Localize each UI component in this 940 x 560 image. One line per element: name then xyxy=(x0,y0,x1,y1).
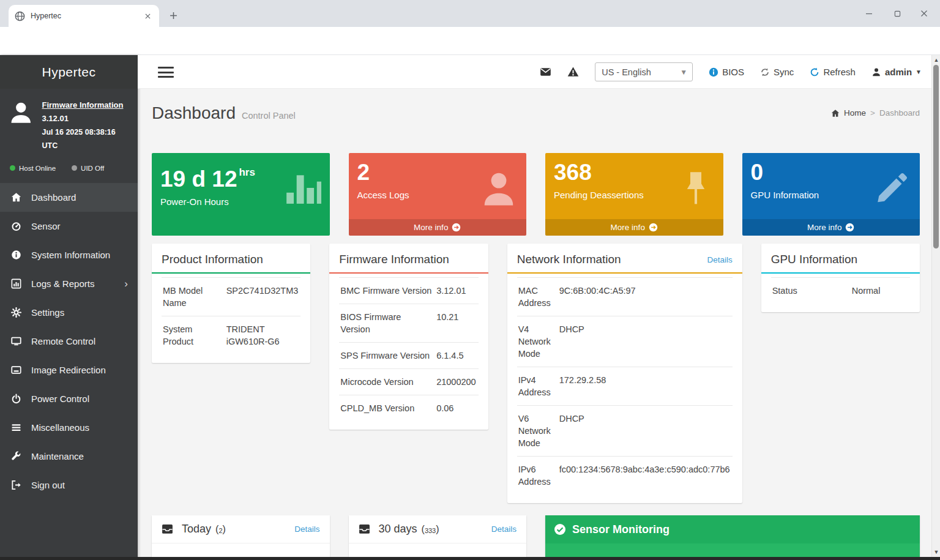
pencil-icon xyxy=(873,168,911,208)
sidebar-item-label: Miscellaneous xyxy=(31,422,89,433)
sidebar-item-label: Image Redirection xyxy=(31,365,106,375)
uid-off-dot-icon xyxy=(72,165,77,171)
info-panels-row: Product InformationMB Model NameSP2C741D… xyxy=(152,244,920,503)
window-minimize-button[interactable] xyxy=(860,6,878,21)
more-info-link[interactable]: More info xyxy=(742,219,920,236)
firmware-version: 3.12.01 xyxy=(42,112,131,125)
network-info-table: MAC Address9C:6B:00:4C:A5:97V4 Network M… xyxy=(517,277,733,495)
thirty-days-details-link[interactable]: Details xyxy=(491,525,517,534)
sidebar-item-remote-control[interactable]: Remote Control xyxy=(0,327,138,356)
browser-tab[interactable]: Hypertec xyxy=(9,5,159,27)
host-status: Host Online xyxy=(10,165,56,172)
firmware-information-panel: Firmware InformationBMC Firmware Version… xyxy=(329,244,488,430)
row-value: 3.12.01 xyxy=(435,278,479,304)
inbox-icon xyxy=(162,524,173,534)
firmware-information-link[interactable]: Firmware Information xyxy=(42,100,124,110)
breadcrumb-home-link[interactable]: Home xyxy=(844,108,866,118)
row-value: DHCP xyxy=(558,316,733,367)
row-value: Normal xyxy=(851,278,910,304)
sidebar-item-label: Settings xyxy=(31,307,64,318)
table-row: CPLD_MB Version0.06 xyxy=(339,395,478,422)
sidebar-item-dashboard[interactable]: Dashboard xyxy=(0,183,138,212)
sidebar-item-miscellaneous[interactable]: Miscellaneous xyxy=(0,413,138,442)
scrollbar-up-arrow[interactable]: ▲ xyxy=(932,55,940,64)
row-label: V6 Network Mode xyxy=(517,406,558,457)
row-label: SPS Firmware Version xyxy=(339,343,435,369)
arrow-circle-right-icon xyxy=(845,223,854,232)
today-count: (2) xyxy=(215,524,226,535)
row-label: MAC Address xyxy=(517,278,558,316)
drive-icon xyxy=(11,365,21,375)
row-value: 10.21 xyxy=(435,304,479,343)
window-close-button[interactable] xyxy=(916,6,933,21)
network-details-link[interactable]: Details xyxy=(707,255,732,264)
warning-triangle-icon[interactable] xyxy=(567,66,579,78)
sidebar-item-image-redirection[interactable]: Image Redirection xyxy=(0,356,138,384)
row-value: 172.29.2.58 xyxy=(558,367,733,406)
page-title: Dashboard xyxy=(152,103,236,123)
row-value: 6.1.4.5 xyxy=(435,343,479,369)
page-scrollbar[interactable]: ▲ ▼ xyxy=(931,55,940,560)
user-caret-icon: ▼ xyxy=(916,69,922,75)
language-selected-value: US - English xyxy=(602,67,651,77)
sync-icon xyxy=(760,67,770,77)
monitor-icon xyxy=(11,336,21,346)
app-root: Hypertec Firmware Information 3.12.01 Ju… xyxy=(0,55,940,560)
notifications-envelope-icon[interactable] xyxy=(540,66,551,78)
inbox-icon xyxy=(359,524,370,534)
host-online-dot-icon xyxy=(10,165,15,171)
row-label: V4 Network Mode xyxy=(517,316,558,367)
brand-logo: Hypertec xyxy=(0,55,138,89)
sidebar-item-maintenance[interactable]: Maintenance xyxy=(0,442,138,471)
today-events-card: Today (2) Details xyxy=(152,515,330,560)
scrollbar-thumb[interactable] xyxy=(933,65,939,248)
sidebar-item-label: Logs & Reports xyxy=(31,278,94,289)
arrow-circle-right-icon xyxy=(452,223,461,232)
refresh-button[interactable]: Refresh xyxy=(810,67,856,77)
bars-icon xyxy=(11,422,21,433)
table-row: StatusNormal xyxy=(771,278,910,304)
tab-close-icon[interactable] xyxy=(143,11,153,21)
user-icon xyxy=(871,67,881,77)
new-tab-button[interactable] xyxy=(166,9,180,22)
row-value: SP2C741D32TM3 xyxy=(225,278,301,316)
network-accent-bar xyxy=(507,272,742,274)
window-maximize-button[interactable] xyxy=(889,6,906,21)
breadcrumb-current: Dashboard xyxy=(879,108,920,118)
firmware-accent-bar xyxy=(329,272,488,274)
hamburger-menu-icon[interactable] xyxy=(158,67,174,78)
sidebar-item-label: Remote Control xyxy=(31,336,95,346)
table-row: IPv4 Address172.29.2.58 xyxy=(517,367,733,406)
sync-button[interactable]: Sync xyxy=(760,67,794,77)
bios-info-icon xyxy=(709,67,718,77)
language-select[interactable]: US - English ▼ xyxy=(595,62,693,81)
table-row: BMC Firmware Version3.12.01 xyxy=(339,278,478,304)
sidebar-item-label: Power Control xyxy=(31,394,89,404)
avatar-icon xyxy=(7,99,35,127)
bios-button[interactable]: BIOS xyxy=(709,67,744,77)
stat-cards-row: 19 d 12hrsPower-On Hours2Access LogsMore… xyxy=(152,153,920,236)
more-info-link[interactable]: More info xyxy=(545,219,723,236)
sidebar-item-logs-reports[interactable]: Logs & Reports› xyxy=(0,269,138,298)
chart-box-icon xyxy=(11,278,21,289)
stat-card-access-logs: 2Access LogsMore info xyxy=(349,153,527,236)
browser-tab-strip: Hypertec xyxy=(0,0,940,27)
more-info-link[interactable]: More info xyxy=(349,219,527,236)
chevron-right-icon: › xyxy=(124,278,128,290)
sidebar-item-system-information[interactable]: System Information xyxy=(0,241,138,269)
row-value: TRIDENT iGW610R-G6 xyxy=(225,316,301,355)
table-row: Microcode Version21000200 xyxy=(339,369,478,395)
today-details-link[interactable]: Details xyxy=(294,525,319,534)
row-label: System Product xyxy=(162,316,225,355)
sidebar-item-settings[interactable]: Settings xyxy=(0,298,138,327)
person-icon xyxy=(480,168,518,208)
user-menu[interactable]: admin ▼ xyxy=(871,67,922,77)
sidebar-item-sensor[interactable]: Sensor xyxy=(0,212,138,241)
main-area: US - English ▼ BIOS Sync xyxy=(138,55,940,560)
row-value: DHCP xyxy=(558,406,733,457)
globe-favicon-icon xyxy=(15,11,25,21)
sidebar-item-sign-out[interactable]: Sign out xyxy=(0,471,138,499)
today-title: Today xyxy=(182,523,211,536)
scrollbar-down-arrow[interactable]: ▼ xyxy=(932,547,940,556)
sidebar-item-power-control[interactable]: Power Control xyxy=(0,384,138,413)
